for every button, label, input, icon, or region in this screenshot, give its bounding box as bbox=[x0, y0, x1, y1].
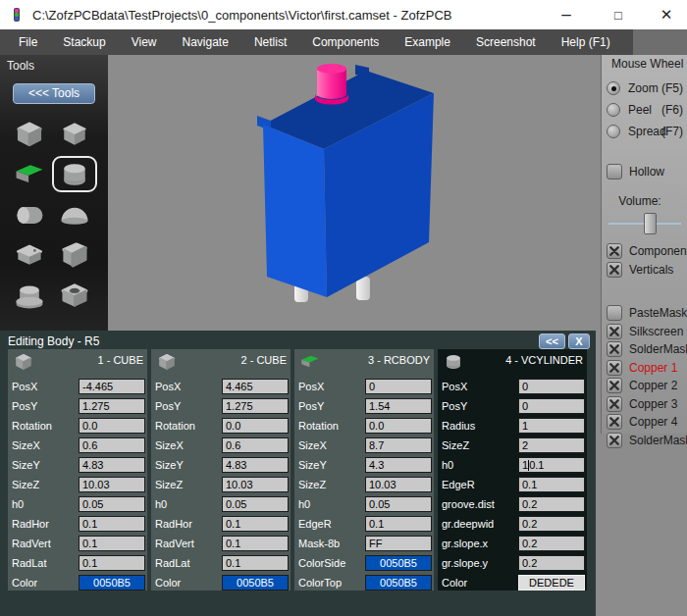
value-field-sizey[interactable]: 4.83 bbox=[79, 457, 145, 473]
x-check-icon bbox=[608, 398, 620, 410]
value-field-sizez[interactable]: 10.03 bbox=[79, 477, 145, 492]
volume-slider[interactable] bbox=[608, 212, 681, 235]
value-field-posy[interactable]: 1.275 bbox=[222, 398, 289, 414]
value-field-h0[interactable]: 0.05 bbox=[222, 496, 289, 512]
value-field-rotation[interactable]: 0.0 bbox=[222, 418, 289, 434]
hollow-checkbox[interactable] bbox=[607, 164, 622, 180]
value-field-sizex[interactable]: 0.6 bbox=[79, 437, 145, 453]
color-field-color[interactable]: DEDEDE bbox=[518, 575, 585, 590]
menu-item-help-f1[interactable]: Help (F1) bbox=[549, 29, 623, 55]
layer-checkbox-copper-1[interactable] bbox=[607, 360, 622, 376]
value-field-posy[interactable]: 0 bbox=[518, 398, 585, 414]
toggle-checkbox-components[interactable] bbox=[607, 243, 622, 259]
value-field-radhor[interactable]: 0.1 bbox=[79, 516, 145, 532]
value-field-radvert[interactable]: 0.1 bbox=[79, 536, 145, 551]
value-field-radvert[interactable]: 0.1 bbox=[222, 536, 289, 551]
value-field-sizez[interactable]: 2 bbox=[518, 437, 585, 453]
close-button[interactable]: ✕ bbox=[650, 0, 683, 29]
radio-peel[interactable] bbox=[607, 103, 620, 117]
value-field-h0[interactable]: 10.1 bbox=[518, 457, 585, 473]
toggle-checkbox-verticals[interactable] bbox=[607, 262, 622, 278]
menu-item-navigate[interactable]: Navigate bbox=[170, 29, 241, 55]
tool-shape-block-hole[interactable] bbox=[52, 277, 97, 313]
value-field-radhor[interactable]: 0.1 bbox=[222, 516, 289, 532]
hollow-row: Hollow bbox=[607, 162, 687, 180]
layer-pastemask: PasteMask bbox=[607, 304, 687, 323]
tool-shape-box-flat[interactable] bbox=[7, 236, 52, 273]
tool-shape-box-d[interactable] bbox=[52, 236, 97, 273]
x-check-icon bbox=[608, 245, 620, 257]
tool-shape-cube-rounded[interactable] bbox=[7, 116, 52, 152]
radio-spread[interactable] bbox=[607, 125, 620, 138]
volume-slider-thumb[interactable] bbox=[644, 213, 657, 234]
value-field-sizex[interactable]: 8.7 bbox=[365, 437, 432, 453]
maximize-button[interactable]: □ bbox=[602, 0, 635, 29]
param-label: PosY bbox=[442, 400, 467, 412]
body-columns: 1 - CUBEPosX-4.465PosY1.275Rotation0.0Si… bbox=[8, 349, 587, 590]
body-column-title: 2 - CUBE bbox=[241, 351, 289, 366]
layer-checkbox-soldermask[interactable] bbox=[607, 341, 622, 357]
value-field-posx[interactable]: 4.465 bbox=[222, 379, 289, 394]
value-field-posy[interactable]: 1.54 bbox=[365, 398, 432, 414]
layer-checkbox-copper-2[interactable] bbox=[607, 378, 622, 393]
color-field-colorside[interactable]: 0050B5 bbox=[365, 555, 432, 571]
layer-checkbox-soldermask[interactable] bbox=[607, 433, 622, 448]
tool-shape-plate-green[interactable] bbox=[7, 156, 52, 192]
color-field-color[interactable]: 0050B5 bbox=[79, 575, 145, 590]
layer-checkbox-copper-3[interactable] bbox=[607, 396, 622, 412]
value-field-groove-dist[interactable]: 0.2 bbox=[518, 496, 585, 512]
value-field-posx[interactable]: 0 bbox=[365, 379, 432, 394]
value-field-radlat[interactable]: 0.1 bbox=[79, 555, 145, 571]
value-field-posx[interactable]: 0 bbox=[518, 379, 585, 394]
layer-checkbox-copper-4[interactable] bbox=[607, 414, 622, 430]
minimize-button[interactable]: – bbox=[550, 0, 583, 29]
tool-shape-standoff[interactable] bbox=[7, 277, 52, 313]
value-field-edger[interactable]: 0.1 bbox=[365, 516, 432, 532]
value-field-rotation[interactable]: 0.0 bbox=[365, 418, 432, 434]
radio-zoom[interactable] bbox=[607, 81, 620, 95]
value-field-sizey[interactable]: 4.3 bbox=[365, 457, 432, 473]
color-field-colortop[interactable]: 0050B5 bbox=[365, 575, 432, 590]
editing-panel-collapse-button[interactable]: << bbox=[539, 334, 565, 349]
layer-silkscreen: Silkscreen bbox=[607, 323, 687, 341]
menu-item-netlist[interactable]: Netlist bbox=[241, 29, 299, 55]
tool-shape-cylinder-vertical[interactable] bbox=[52, 156, 97, 192]
value-field-gr-slope-y[interactable]: 0.2 bbox=[518, 555, 585, 571]
value-field-radlat[interactable]: 0.1 bbox=[222, 555, 289, 571]
value-field-mask-8b[interactable]: FF bbox=[365, 536, 432, 551]
toggle-label: Components bbox=[629, 244, 687, 258]
text-caret bbox=[528, 460, 529, 471]
layer-checkbox-pastemask[interactable] bbox=[607, 305, 622, 321]
menu-item-screenshot[interactable]: Screenshot bbox=[463, 29, 549, 55]
menu-item-view[interactable]: View bbox=[119, 29, 170, 55]
param-row-color: Color0050B5 bbox=[10, 573, 145, 592]
tool-shape-grid bbox=[7, 116, 108, 313]
layer-label: Silkscreen bbox=[629, 325, 683, 338]
menu-item-file[interactable]: File bbox=[6, 29, 50, 55]
tool-shape-cube[interactable] bbox=[52, 116, 97, 152]
menu-item-stackup[interactable]: Stackup bbox=[50, 29, 118, 55]
value-field-sizez[interactable]: 10.03 bbox=[222, 477, 289, 492]
value-field-edger[interactable]: 0.1 bbox=[518, 477, 585, 492]
value-field-h0[interactable]: 0.05 bbox=[79, 496, 145, 512]
value-field-sizez[interactable]: 10.03 bbox=[365, 477, 432, 492]
value-field-gr-slope-x[interactable]: 0.2 bbox=[518, 536, 585, 551]
tool-shape-cylinder-horizontal[interactable] bbox=[7, 196, 52, 232]
value-field-h0[interactable]: 0.05 bbox=[365, 496, 432, 512]
editing-panel-close-button[interactable]: X bbox=[568, 334, 590, 349]
menu-item-example[interactable]: Example bbox=[392, 29, 463, 55]
value-field-posy[interactable]: 1.275 bbox=[79, 398, 145, 414]
tool-shape-dome[interactable] bbox=[52, 196, 97, 232]
value-field-gr-deepwid[interactable]: 0.2 bbox=[518, 516, 585, 532]
value-field-radius[interactable]: 1 bbox=[518, 418, 585, 434]
layer-checkbox-silkscreen[interactable] bbox=[607, 324, 622, 339]
value-field-sizey[interactable]: 4.83 bbox=[222, 457, 289, 473]
value-field-sizex[interactable]: 0.6 bbox=[222, 437, 289, 453]
param-label: PosX bbox=[12, 381, 37, 392]
param-row-sizez: SizeZ10.03 bbox=[296, 475, 432, 494]
value-field-rotation[interactable]: 0.0 bbox=[79, 418, 145, 434]
tools-collapse-button[interactable]: <<< Tools bbox=[13, 83, 95, 104]
menu-item-components[interactable]: Components bbox=[299, 29, 392, 55]
color-field-color[interactable]: 0050B5 bbox=[222, 575, 289, 590]
value-field-posx[interactable]: -4.465 bbox=[79, 379, 145, 394]
